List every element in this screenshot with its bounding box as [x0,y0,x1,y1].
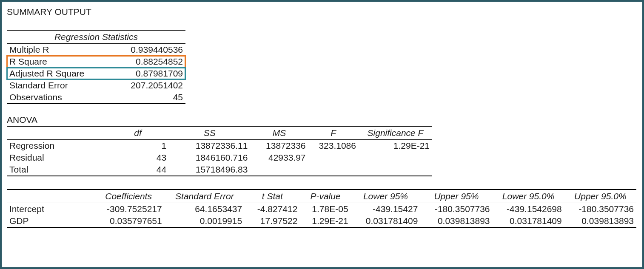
stat-row-adjrsquare: Adjusted R Square 0.87981709 [7,68,185,79]
anova-row: Residual 43 1846160.716 42933.97 [7,152,432,164]
anova-row: Regression 1 13872336.11 13872336 323.10… [7,140,432,152]
anova-header: df [107,126,169,140]
anova-cell: 13872336 [250,140,308,152]
anova-cell: 15718496.83 [169,164,250,176]
anova-cell: 44 [107,164,169,176]
anova-cell: 42933.97 [250,152,308,164]
coef-header: P-value [300,190,350,203]
stat-label: Observations [7,91,96,104]
coef-cell: 0.031781409 [493,215,564,227]
anova-cell: Residual [7,152,107,164]
stat-label: R Square [7,56,96,68]
anova-cell: Regression [7,140,107,152]
anova-table: df SS MS F Significance F Regression 1 1… [7,126,432,176]
anova-row: Total 44 15718496.83 [7,164,432,176]
coef-cell: 0.039813893 [564,215,636,227]
stat-value: 207.2051402 [96,79,185,91]
coef-cell: 0.031781409 [351,215,421,227]
stat-label: Adjusted R Square [7,68,96,79]
coef-row: Intercept -309.7525217 64.1653437 -4.827… [7,203,636,215]
coef-header: Lower 95% [351,190,421,203]
regression-stats-table: Regression Statistics Multiple R 0.93944… [7,30,185,104]
stat-row: Standard Error 207.2051402 [7,79,185,91]
stat-value: 0.939440536 [96,44,185,56]
coef-cell: GDP [7,215,93,227]
coef-header: Coefficients [93,190,165,203]
stat-label: Multiple R [7,44,96,56]
coef-cell: -309.7525217 [93,203,165,215]
coef-header [7,190,93,203]
anova-cell: Total [7,164,107,176]
stat-row-rsquare: R Square 0.88254852 [7,56,185,68]
anova-cell [359,164,432,176]
anova-header [7,126,107,140]
coef-cell: 0.039813893 [420,215,492,227]
coef-cell: -4.827412 [245,203,300,215]
coef-cell: -180.3507736 [564,203,636,215]
anova-header: MS [250,126,308,140]
anova-cell: 323.1086 [308,140,359,152]
anova-cell [308,164,359,176]
anova-header-row: df SS MS F Significance F [7,126,432,140]
stat-label: Standard Error [7,79,96,91]
summary-output-title: SUMMARY OUTPUT [7,7,637,17]
coef-header: t Stat [245,190,300,203]
anova-header: F [308,126,359,140]
anova-header: SS [169,126,250,140]
stat-value: 0.88254852 [96,56,185,68]
coef-cell: -180.3507736 [420,203,492,215]
anova-cell: 1 [107,140,169,152]
anova-cell: 13872336.11 [169,140,250,152]
coef-header: Upper 95% [420,190,492,203]
coef-header-row: Coefficients Standard Error t Stat P-val… [7,190,636,203]
stat-row: Observations 45 [7,91,185,104]
coef-row: GDP 0.035797651 0.0019915 17.97522 1.29E… [7,215,636,227]
anova-header: Significance F [359,126,432,140]
regression-stats-header: Regression Statistics [7,30,185,44]
coef-cell: 1.29E-21 [300,215,350,227]
anova-cell: 1.29E-21 [359,140,432,152]
coef-cell: 0.035797651 [93,215,165,227]
coef-cell: 0.0019915 [165,215,245,227]
coefficients-table: Coefficients Standard Error t Stat P-val… [7,189,636,228]
stat-value: 45 [96,91,185,104]
coef-header: Standard Error [165,190,245,203]
coef-header: Lower 95.0% [493,190,564,203]
anova-cell: 43 [107,152,169,164]
anova-cell: 1846160.716 [169,152,250,164]
coef-cell: Intercept [7,203,93,215]
coef-cell: -439.15427 [351,203,421,215]
stat-row: Multiple R 0.939440536 [7,44,185,56]
coef-cell: 1.78E-05 [300,203,350,215]
anova-cell [359,152,432,164]
coef-header: Upper 95.0% [564,190,636,203]
coef-cell: 17.97522 [245,215,300,227]
coef-cell: 64.1653437 [165,203,245,215]
anova-cell [308,152,359,164]
anova-title: ANOVA [7,115,637,125]
anova-cell [250,164,308,176]
stat-value: 0.87981709 [96,68,185,79]
coef-cell: -439.1542698 [493,203,564,215]
